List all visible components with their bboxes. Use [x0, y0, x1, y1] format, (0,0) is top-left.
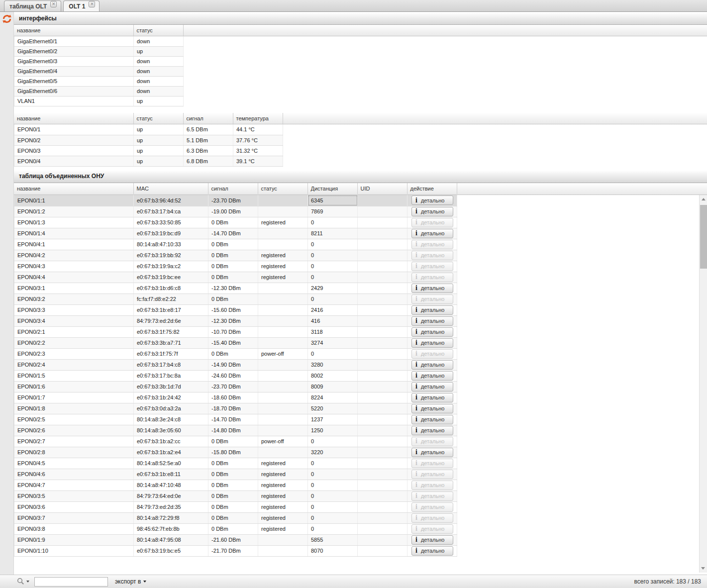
- close-icon[interactable]: ✕: [50, 1, 57, 7]
- table-row[interactable]: GigaEthernet0/5down: [14, 76, 184, 86]
- epon-name: EPON0/4: [14, 156, 134, 166]
- close-icon[interactable]: ✕: [89, 1, 95, 7]
- table-row[interactable]: GigaEthernet0/1down: [14, 36, 184, 46]
- table-row[interactable]: EPON0/2:1e0:67:b3:1f:75:82-10.70 DBm3118…: [14, 326, 457, 337]
- detail-button[interactable]: iдетально: [411, 371, 453, 381]
- table-row[interactable]: EPON0/2:4e0:67:b3:17:b4:c8-14.90 DBm3280…: [14, 359, 457, 370]
- table-row[interactable]: VLAN1up: [14, 96, 184, 106]
- column-header-signal[interactable]: сигнал: [208, 183, 258, 194]
- detail-button[interactable]: iдетально: [411, 327, 453, 337]
- table-row[interactable]: EPON0/1:6e0:67:b3:3b:1d:7d-23.70 DBm8009…: [14, 381, 457, 392]
- table-row[interactable]: EPON0/4:3e0:67:b3:19:9a:c20 DBmregistere…: [14, 261, 457, 272]
- table-row[interactable]: EPON0/1:1e0:67:b3:96:4d:52-23.70 DBm6345…: [14, 195, 457, 206]
- table-row[interactable]: EPON0/1:7e0:67:b3:1b:24:42-18.60 DBm8224…: [14, 392, 457, 403]
- table-row[interactable]: EPON0/4:4e0:67:b3:19:bc:ee0 DBmregistere…: [14, 272, 457, 283]
- search-menu-button[interactable]: [17, 578, 29, 586]
- onu-name: EPON0/4:7: [14, 480, 134, 490]
- detail-button[interactable]: iдетально: [411, 426, 453, 435]
- table-row[interactable]: EPON0/4:2e0:67:b3:19:bb:920 DBmregistere…: [14, 250, 457, 261]
- onu-mac: e0:67:b3:1f:75:82: [134, 326, 208, 337]
- table-row[interactable]: EPON0/3:898:45:62:7f:eb:8b0 DBmregistere…: [14, 523, 457, 534]
- detail-button[interactable]: iдетально: [411, 404, 453, 413]
- column-header-name[interactable]: название: [14, 113, 133, 124]
- column-header-status[interactable]: статус: [258, 183, 307, 194]
- detail-button[interactable]: iдетально: [411, 316, 453, 326]
- table-row[interactable]: EPON0/3:2fc:fa:f7:d8:e2:220 DBm0iдетальн…: [14, 294, 457, 304]
- scroll-up-icon[interactable]: [702, 198, 706, 200]
- onu-signal: 0 DBm: [208, 217, 258, 228]
- detail-button-label: детально: [421, 362, 445, 368]
- table-row[interactable]: EPON0/2:580:14:a8:3e:24:c8-14.70 DBm1237…: [14, 414, 457, 425]
- tab-olt-table[interactable]: таблица OLT ✕: [4, 0, 61, 11]
- detail-button[interactable]: iдетально: [411, 229, 453, 238]
- detail-button[interactable]: iдетально: [411, 360, 453, 370]
- onu-mac: e0:67:b3:19:9a:c2: [134, 261, 208, 272]
- onu-signal: -21.70 DBm: [208, 545, 258, 556]
- table-row[interactable]: EPON0/3up6.3 DBm31.32 °C: [14, 145, 283, 156]
- column-header-uid[interactable]: UID: [357, 183, 407, 194]
- table-row[interactable]: EPON0/3:684:79:73:ed:2d:350 DBmregistere…: [14, 501, 457, 512]
- column-header-signal[interactable]: сигнал: [183, 113, 233, 124]
- column-header-action[interactable]: действие: [407, 183, 457, 194]
- refresh-button[interactable]: [1, 14, 12, 25]
- detail-button[interactable]: iдетально: [411, 535, 453, 545]
- table-row[interactable]: EPON0/1:8e0:67:b3:0d:a3:2a-18.70 DBm5220…: [14, 403, 457, 414]
- detail-button[interactable]: iдетально: [411, 393, 453, 402]
- detail-button[interactable]: iдетально: [411, 382, 453, 392]
- search-input[interactable]: [34, 577, 108, 587]
- table-row[interactable]: EPON0/2:3e0:67:b3:1f:75:7f0 DBmpower-off…: [14, 348, 457, 359]
- scrollbar[interactable]: [699, 195, 707, 573]
- detail-button[interactable]: iдетально: [411, 284, 453, 293]
- onu-signal: 0 DBm: [208, 348, 258, 359]
- detail-button[interactable]: iдетально: [411, 448, 453, 457]
- table-row[interactable]: EPON0/1:3e0:67:b3:33:50:850 DBmregistere…: [14, 217, 457, 228]
- column-header-mac[interactable]: MAC: [133, 183, 208, 194]
- onu-status: registered: [258, 480, 308, 490]
- detail-button[interactable]: iдетально: [411, 338, 453, 348]
- table-row[interactable]: EPON0/2:8e0:67:b3:1b:a2:e4-15.80 DBm3220…: [14, 447, 457, 458]
- column-header-status[interactable]: статус: [133, 25, 183, 36]
- table-row[interactable]: EPON0/2:2e0:67:b3:3b:a7:71-15.40 DBm3274…: [14, 337, 457, 348]
- detail-button-label: детально: [421, 427, 445, 433]
- table-row[interactable]: EPON0/1:10e0:67:b3:19:bc:e5-21.70 DBm807…: [14, 545, 457, 556]
- table-row[interactable]: EPON0/4:780:14:a8:47:10:480 DBmregistere…: [14, 480, 457, 490]
- table-row[interactable]: GigaEthernet0/3down: [14, 56, 184, 66]
- table-row[interactable]: EPON0/1up6.5 DBm44.1 °C: [14, 124, 283, 135]
- table-row[interactable]: EPON0/1:5e0:67:b3:17:bc:8a-24.60 DBm8002…: [14, 370, 457, 381]
- table-row[interactable]: EPON0/3:780:14:a8:72:29:f80 DBmregistere…: [14, 512, 457, 523]
- tab-olt1[interactable]: OLT 1 ✕: [63, 0, 100, 11]
- table-row[interactable]: EPON0/1:4e0:67:b3:19:bc:d9-14.70 DBm8211…: [14, 228, 457, 239]
- column-header-status[interactable]: статус: [133, 113, 183, 124]
- table-row[interactable]: EPON0/2:680:14:a8:3e:05:60-14.80 DBm1250…: [14, 425, 457, 436]
- table-row[interactable]: EPON0/3:584:79:73:64:ed:0e0 DBmregistere…: [14, 490, 457, 501]
- table-row[interactable]: EPON0/2up5.1 DBm37.76 °C: [14, 135, 283, 145]
- table-row[interactable]: EPON0/4up6.8 DBm39.1 °C: [14, 156, 283, 166]
- detail-button[interactable]: iдетально: [411, 305, 453, 315]
- detail-button[interactable]: iдетально: [411, 207, 453, 216]
- table-row[interactable]: GigaEthernet0/6down: [14, 86, 184, 96]
- table-row[interactable]: EPON0/4:580:14:a8:52:5e:a00 DBmregistere…: [14, 458, 457, 469]
- onu-status: registered: [258, 272, 308, 283]
- column-header-name[interactable]: название: [14, 25, 133, 36]
- table-row[interactable]: EPON0/4:6e0:67:b3:1b:e8:110 DBmregistere…: [14, 469, 457, 480]
- table-row[interactable]: EPON0/1:980:14:a8:47:95:08-21.60 DBm5855…: [14, 534, 457, 545]
- detail-button[interactable]: iдетально: [411, 546, 453, 556]
- table-row[interactable]: GigaEthernet0/4down: [14, 66, 184, 76]
- column-header-temperature[interactable]: температура: [233, 113, 283, 124]
- table-row[interactable]: EPON0/4:180:14:a8:47:10:330 DBm0iдетальн…: [14, 239, 457, 250]
- detail-button[interactable]: iдетально: [411, 415, 453, 424]
- detail-button[interactable]: iдетально: [411, 196, 453, 205]
- table-row[interactable]: EPON0/3:3e0:67:b3:1b:e8:17-15.60 DBm2416…: [14, 304, 457, 315]
- table-row[interactable]: EPON0/3:1e0:67:b3:1b:d6:c8-12.30 DBm2429…: [14, 283, 457, 294]
- onu-signal: -23.70 DBm: [208, 381, 258, 392]
- table-row[interactable]: EPON0/1:2e0:67:b3:17:b4:ca-19.00 DBm7869…: [14, 206, 457, 217]
- scroll-down-icon[interactable]: [701, 567, 705, 570]
- column-header-distance[interactable]: Дистанция: [307, 183, 357, 194]
- table-row[interactable]: EPON0/3:484:79:73:ed:2d:6e-12.30 DBm416i…: [14, 315, 457, 326]
- table-row[interactable]: EPON0/2:7e0:67:b3:1b:a2:cc0 DBmpower-off…: [14, 436, 457, 447]
- column-header-name[interactable]: название: [14, 183, 133, 194]
- onu-status: [258, 392, 308, 403]
- export-menu-button[interactable]: экспорт в: [115, 578, 146, 585]
- scrollbar-thumb[interactable]: [700, 205, 707, 269]
- table-row[interactable]: GigaEthernet0/2up: [14, 46, 184, 56]
